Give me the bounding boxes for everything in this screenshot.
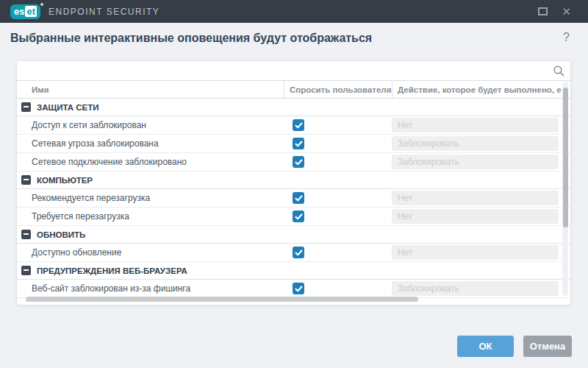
ask-user-cell [284, 247, 392, 258]
table-row[interactable]: Рекомендуется перезагрузкаНет [17, 189, 570, 208]
column-header-ask-user: Спросить пользователя [284, 81, 392, 98]
group-row[interactable]: ОБНОВИТЬ [17, 226, 570, 244]
search-row [17, 61, 570, 81]
action-dropdown: Нет [392, 191, 559, 205]
table-body: ЗАЩИТА СЕТИДоступ к сети заблокированНет… [17, 99, 570, 298]
eset-logo-left: es [14, 6, 24, 17]
alert-name: Сетевая угроза заблокирована [17, 138, 284, 149]
table-row[interactable]: Веб-сайт заблокирован из-за фишингаЗабло… [17, 280, 570, 298]
ask-user-checkbox[interactable] [293, 119, 304, 131]
help-icon[interactable]: ? [563, 31, 570, 44]
table-row[interactable]: Доступ к сети заблокированНет [17, 116, 570, 135]
group-label: ЗАЩИТА СЕТИ [37, 103, 99, 112]
action-cell: Нет [392, 118, 570, 132]
table-row[interactable]: Требуется перезагрузкаНет [17, 208, 570, 226]
horizontal-scrollbar-thumb[interactable] [26, 297, 418, 302]
window-controls: ✕ [538, 6, 571, 17]
action-cell: Заблокировать [392, 281, 570, 296]
registered-mark-icon [40, 3, 43, 6]
alert-name: Требуется перезагрузка [17, 211, 284, 222]
table-row[interactable]: Доступно обновлениеНет [17, 244, 570, 262]
page-title: Выбранные интерактивные оповещения будут… [10, 32, 372, 45]
group-label: ОБНОВИТЬ [37, 230, 85, 239]
search-input[interactable] [17, 61, 570, 80]
collapse-icon[interactable] [21, 175, 31, 185]
ask-user-cell [284, 192, 392, 204]
maximize-icon[interactable] [538, 7, 548, 15]
ask-user-checkbox[interactable] [293, 283, 304, 294]
table-header: Имя Спросить пользователя Действие, кото… [17, 81, 570, 99]
action-cell: Нет [392, 191, 570, 205]
product-name: ENDPOINT SECURITY [49, 7, 159, 17]
collapse-icon[interactable] [21, 230, 31, 239]
eset-logo-right: et [25, 6, 37, 17]
ask-user-checkbox[interactable] [293, 192, 304, 204]
ask-user-cell [284, 156, 392, 168]
alert-name: Веб-сайт заблокирован из-за фишинга [17, 283, 284, 294]
titlebar: eset ENDPOINT SECURITY ✕ [0, 0, 588, 23]
action-dropdown: Нет [392, 118, 559, 132]
table-row[interactable]: Сетевая угроза заблокированаЗаблокироват… [17, 135, 570, 153]
action-dropdown: Нет [392, 209, 559, 224]
action-cell: Заблокировать [392, 155, 570, 169]
eset-logo: eset [10, 4, 40, 19]
alerts-panel: Имя Спросить пользователя Действие, кото… [16, 60, 571, 305]
ask-user-checkbox[interactable] [293, 247, 304, 258]
alert-name: Доступно обновление [17, 247, 284, 258]
cancel-button[interactable]: Отмена [523, 336, 572, 357]
action-dropdown: Заблокировать [392, 155, 559, 169]
group-label: КОМПЬЮТЕР [37, 176, 93, 185]
group-label: ПРЕДУПРЕЖДЕНИЯ ВЕБ-БРАУЗЕРА [37, 266, 187, 275]
collapse-icon[interactable] [21, 266, 31, 275]
ask-user-cell [284, 119, 392, 131]
action-cell: Заблокировать [392, 136, 570, 151]
group-row[interactable]: ЗАЩИТА СЕТИ [17, 99, 570, 116]
ask-user-cell [284, 283, 392, 294]
action-dropdown: Заблокировать [392, 136, 559, 151]
ask-user-checkbox[interactable] [293, 210, 304, 222]
close-icon[interactable]: ✕ [562, 6, 571, 17]
ask-user-checkbox[interactable] [293, 156, 304, 168]
action-cell: Нет [392, 245, 570, 260]
alert-name: Доступ к сети заблокирован [17, 120, 284, 130]
alert-name: Рекомендуется перезагрузка [17, 193, 284, 203]
action-cell: Нет [392, 209, 570, 224]
alert-name: Сетевое подключение заблокировано [17, 157, 284, 167]
action-dropdown: Нет [392, 245, 559, 260]
action-dropdown: Заблокировать [392, 281, 559, 296]
table-row[interactable]: Сетевое подключение заблокированоЗаблоки… [17, 153, 570, 171]
group-row[interactable]: КОМПЬЮТЕР [17, 171, 570, 189]
ask-user-cell [284, 210, 392, 222]
collapse-icon[interactable] [21, 102, 31, 112]
search-icon[interactable] [553, 65, 565, 80]
column-header-action: Действие, которое будет выполнено, е [392, 81, 570, 98]
ask-user-cell [284, 138, 392, 149]
column-header-name: Имя [17, 81, 284, 98]
ok-button[interactable]: ОК [457, 336, 514, 357]
group-row[interactable]: ПРЕДУПРЕЖДЕНИЯ ВЕБ-БРАУЗЕРА [17, 262, 570, 280]
ask-user-checkbox[interactable] [293, 138, 304, 149]
vertical-scrollbar-thumb[interactable] [563, 88, 568, 227]
